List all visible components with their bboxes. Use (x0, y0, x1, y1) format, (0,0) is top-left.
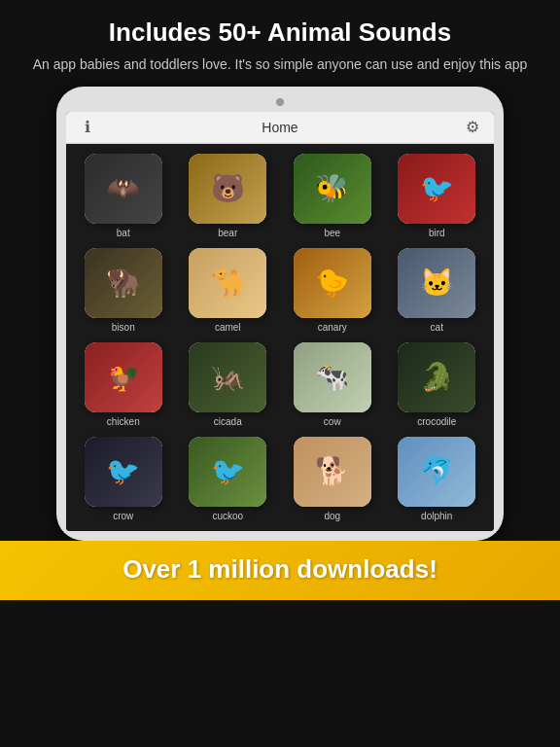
animal-card-bat: 🦇 (85, 154, 162, 224)
animal-item-cat[interactable]: 🐱cat (388, 248, 487, 333)
app-screen-title: Home (97, 120, 463, 135)
animal-card-cuckoo: 🐦 (189, 437, 266, 507)
animal-grid: 🦇bat🐻bear🐝bee🐦bird🦬bison🐪camel🐤canary🐱ca… (66, 144, 494, 531)
animal-item-crow[interactable]: 🐦crow (74, 437, 173, 521)
animal-label-cuckoo: cuckoo (212, 511, 243, 521)
animal-item-dolphin[interactable]: 🐬dolphin (388, 437, 487, 521)
animal-item-bison[interactable]: 🦬bison (74, 248, 173, 333)
animal-label-camel: camel (215, 322, 241, 333)
animal-image-bee: 🐝 (294, 154, 371, 224)
animal-card-canary: 🐤 (294, 248, 371, 318)
ipad-screen: ℹ Home ⚙ 🦇bat🐻bear🐝bee🐦bird🦬bison🐪camel🐤… (66, 112, 494, 531)
animal-label-bison: bison (112, 322, 135, 333)
animal-label-bird: bird (429, 228, 445, 238)
animal-card-bird: 🐦 (398, 154, 475, 224)
animal-item-chicken[interactable]: 🐓chicken (74, 342, 173, 427)
animal-image-camel: 🐪 (189, 248, 266, 318)
animal-label-dog: dog (324, 511, 340, 521)
animal-card-cicada: 🦗 (189, 342, 266, 412)
animal-label-cat: cat (431, 322, 443, 333)
animal-card-dolphin: 🐬 (398, 437, 475, 507)
animal-image-bison: 🦬 (85, 248, 162, 318)
top-section: Includes 50+ Animal Sounds An app babies… (0, 0, 560, 87)
animal-item-cicada[interactable]: 🦗cicada (179, 342, 278, 427)
animal-label-cow: cow (324, 416, 341, 427)
animal-card-cat: 🐱 (398, 248, 475, 318)
info-icon[interactable]: ℹ (78, 118, 97, 137)
main-title: Includes 50+ Animal Sounds (29, 18, 531, 48)
animal-image-chicken: 🐓 (85, 342, 162, 412)
animal-label-dolphin: dolphin (421, 511, 452, 521)
animal-image-bear: 🐻 (189, 154, 266, 224)
animal-item-bat[interactable]: 🦇bat (74, 154, 173, 238)
animal-image-dog: 🐕 (294, 437, 371, 507)
animal-item-cuckoo[interactable]: 🐦cuckoo (179, 437, 278, 521)
animal-item-dog[interactable]: 🐕dog (283, 437, 382, 521)
animal-image-crow: 🐦 (85, 437, 162, 507)
animal-label-bat: bat (117, 228, 130, 238)
animal-card-crow: 🐦 (85, 437, 162, 507)
animal-card-bee: 🐝 (294, 154, 371, 224)
animal-image-cicada: 🦗 (189, 342, 266, 412)
animal-image-cat: 🐱 (398, 248, 475, 318)
animal-label-crocodile: crocodile (417, 416, 456, 427)
animal-image-crocodile: 🐊 (398, 342, 475, 412)
animal-card-cow: 🐄 (294, 342, 371, 412)
animal-image-cuckoo: 🐦 (189, 437, 266, 507)
animal-card-bison: 🦬 (85, 248, 162, 318)
bottom-banner: Over 1 million downloads! (0, 541, 560, 600)
animal-card-chicken: 🐓 (85, 342, 162, 412)
animal-item-bee[interactable]: 🐝bee (283, 154, 382, 238)
downloads-text: Over 1 million downloads! (19, 554, 541, 585)
app-header: ℹ Home ⚙ (66, 112, 494, 144)
animal-image-cow: 🐄 (294, 342, 371, 412)
animal-image-canary: 🐤 (294, 248, 371, 318)
animal-item-bear[interactable]: 🐻bear (179, 154, 278, 238)
ipad-camera (276, 98, 284, 106)
subtitle: An app babies and toddlers love. It's so… (29, 55, 531, 75)
animal-label-bear: bear (218, 228, 237, 238)
animal-item-canary[interactable]: 🐤canary (283, 248, 382, 333)
animal-label-canary: canary (318, 322, 347, 333)
animal-card-dog: 🐕 (294, 437, 371, 507)
animal-image-bat: 🦇 (85, 154, 162, 224)
animal-item-crocodile[interactable]: 🐊crocodile (388, 342, 487, 427)
settings-icon[interactable]: ⚙ (463, 118, 482, 137)
animal-image-bird: 🐦 (398, 154, 475, 224)
animal-item-cow[interactable]: 🐄cow (283, 342, 382, 427)
animal-card-bear: 🐻 (189, 154, 266, 224)
animal-label-crow: crow (113, 511, 133, 521)
animal-label-cicada: cicada (214, 416, 242, 427)
animal-label-chicken: chicken (107, 416, 140, 427)
animal-item-camel[interactable]: 🐪camel (179, 248, 278, 333)
animal-label-bee: bee (324, 228, 340, 238)
animal-image-dolphin: 🐬 (398, 437, 475, 507)
animal-item-bird[interactable]: 🐦bird (388, 154, 487, 238)
ipad-frame: ℹ Home ⚙ 🦇bat🐻bear🐝bee🐦bird🦬bison🐪camel🐤… (56, 87, 504, 541)
animal-card-crocodile: 🐊 (398, 342, 475, 412)
animal-card-camel: 🐪 (189, 248, 266, 318)
